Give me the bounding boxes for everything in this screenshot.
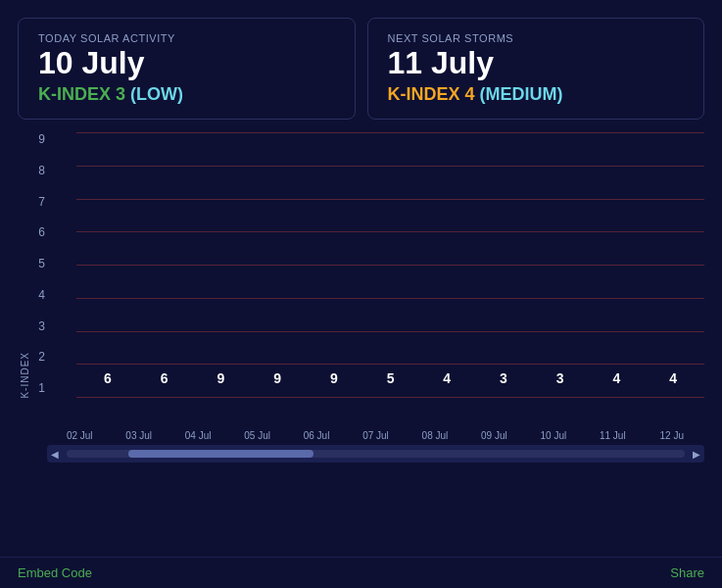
- next-kindex-desc: (MEDIUM): [480, 84, 563, 104]
- next-card-label: NEXT SOLAR STORMS: [388, 32, 685, 44]
- bar-value-7: 3: [500, 370, 507, 386]
- today-kindex: K-INDEX 3 (LOW): [38, 84, 335, 105]
- y-label-3: 3: [18, 320, 45, 332]
- scrollbar-thumb[interactable]: [128, 450, 313, 458]
- scrollbar-area[interactable]: ◀ ▶: [47, 445, 704, 463]
- today-date: 10 July: [38, 46, 335, 80]
- x-label-3: 05 Jul: [230, 430, 283, 441]
- x-label-10: 12 Ju: [646, 430, 698, 441]
- x-label-7: 09 Jul: [467, 430, 520, 441]
- grid-line-1: [76, 397, 704, 398]
- scroll-right-arrow[interactable]: ▶: [693, 449, 700, 460]
- next-kindex: K-INDEX 4 (MEDIUM): [388, 84, 685, 105]
- x-labels: 02 Jul03 Jul04 Jul05 Jul06 Jul07 Jul08 J…: [47, 430, 704, 441]
- today-kindex-label: K-INDEX: [38, 84, 111, 104]
- footer-bar: Embed Code Share: [0, 557, 722, 588]
- y-label-7: 7: [18, 196, 45, 208]
- y-label-9: 9: [18, 133, 45, 145]
- x-label-2: 04 Jul: [171, 430, 224, 441]
- today-kindex-value: 3: [116, 84, 125, 104]
- x-label-5: 07 Jul: [349, 430, 402, 441]
- bar-value-10: 4: [669, 370, 677, 386]
- next-kindex-value: 4: [465, 84, 475, 104]
- next-date: 11 July: [388, 46, 685, 80]
- x-label-9: 11 Jul: [586, 430, 639, 441]
- bar-value-1: 6: [161, 370, 168, 386]
- bar-value-5: 5: [387, 370, 395, 386]
- x-label-6: 08 Jul: [409, 430, 461, 441]
- x-label-1: 03 Jul: [112, 430, 165, 441]
- y-label-4: 4: [18, 289, 45, 301]
- next-kindex-label: K-INDEX: [388, 84, 460, 104]
- y-label-8: 8: [18, 165, 45, 176]
- top-cards-section: TODAY SOLAR ACTIVITY 10 July K-INDEX 3 (…: [0, 0, 722, 133]
- embed-code-link[interactable]: Embed Code: [18, 565, 92, 580]
- bars-container: 66999543344: [76, 133, 704, 394]
- k-index-axis-label: K-INDEX: [20, 352, 30, 399]
- chart-area: 123456789 66999543344 02 Jul03 Jul04 Jul…: [18, 133, 704, 466]
- bar-value-0: 6: [104, 370, 112, 386]
- today-kindex-desc: (LOW): [130, 84, 183, 104]
- x-label-4: 06 Jul: [290, 430, 343, 441]
- bar-value-4: 9: [330, 370, 338, 386]
- today-card-label: TODAY SOLAR ACTIVITY: [38, 32, 335, 44]
- bar-value-3: 9: [273, 370, 281, 386]
- scroll-left-arrow[interactable]: ◀: [51, 449, 59, 460]
- bar-value-8: 3: [556, 370, 564, 386]
- next-card: NEXT SOLAR STORMS 11 July K-INDEX 4 (MED…: [367, 18, 705, 120]
- y-label-5: 5: [18, 258, 45, 270]
- x-label-8: 10 Jul: [527, 430, 580, 441]
- scrollbar-track[interactable]: [67, 450, 685, 458]
- y-label-6: 6: [18, 226, 45, 238]
- share-link[interactable]: Share: [670, 565, 704, 580]
- bar-value-9: 4: [613, 370, 621, 386]
- bar-value-6: 4: [443, 370, 451, 386]
- x-label-0: 02 Jul: [53, 430, 106, 441]
- today-card: TODAY SOLAR ACTIVITY 10 July K-INDEX 3 (…: [18, 18, 356, 120]
- bar-value-2: 9: [217, 370, 224, 386]
- chart-inner: 66999543344: [47, 133, 704, 441]
